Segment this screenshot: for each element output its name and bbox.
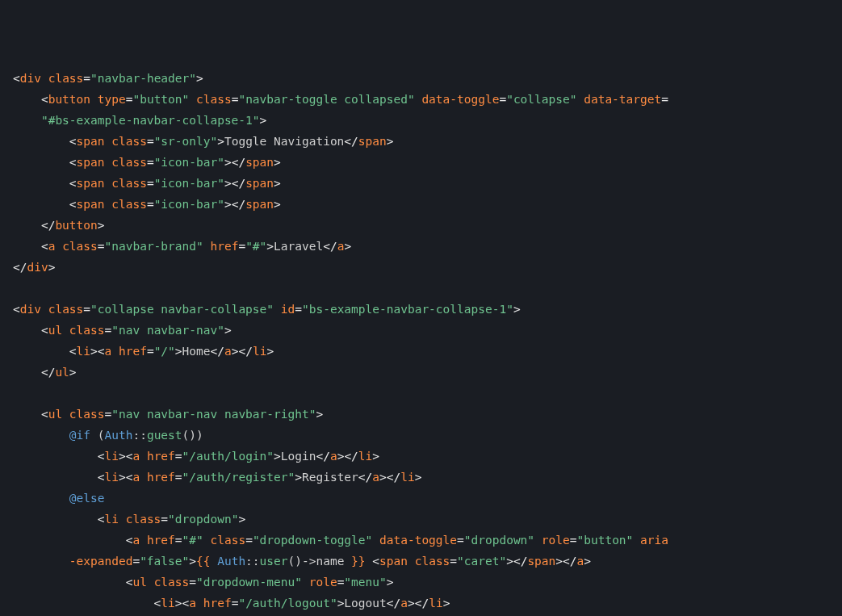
code-line: </div> xyxy=(13,261,55,274)
code-line: <span class="icon-bar"></span> xyxy=(13,198,281,211)
code-line: <span class="icon-bar"></span> xyxy=(13,177,281,190)
code-line: <li><a href="/auth/login">Login</a></li> xyxy=(13,450,379,463)
code-line: <li class="dropdown"> xyxy=(13,513,245,526)
code-line: <div class="collapse navbar-collapse" id… xyxy=(13,303,521,316)
code-line: <span class="sr-only">Toggle Navigation<… xyxy=(13,135,393,148)
code-line xyxy=(13,282,20,295)
code-line: </ul> xyxy=(13,366,77,379)
code-line: <li><a href="/auth/logout">Logout</a></l… xyxy=(13,597,450,610)
code-line: <ul class="nav navbar-nav"> xyxy=(13,324,232,337)
code-line: <a href="#" class="dropdown-toggle" data… xyxy=(13,534,668,568)
code-line: <a class="navbar-brand" href="#">Laravel… xyxy=(13,240,351,253)
code-line: <div class="navbar-header"> xyxy=(13,72,203,85)
code-line: <li><a href="/auth/register">Register</a… xyxy=(13,471,421,484)
code-line: <ul class="dropdown-menu" role="menu"> xyxy=(13,576,393,589)
code-editor[interactable]: <div class="navbar-header"> <button type… xyxy=(0,68,842,616)
code-line: <ul class="nav navbar-nav navbar-right"> xyxy=(13,408,323,421)
code-line: <span class="icon-bar"></span> xyxy=(13,156,281,169)
code-line: @else xyxy=(13,492,105,505)
code-line: @if (Auth::guest()) xyxy=(13,429,203,442)
code-line xyxy=(13,387,20,400)
code-line: </button> xyxy=(13,219,105,232)
code-line: <li><a href="/">Home</a></li> xyxy=(13,345,274,358)
code-line: <button type="button" class="navbar-togg… xyxy=(13,93,668,127)
